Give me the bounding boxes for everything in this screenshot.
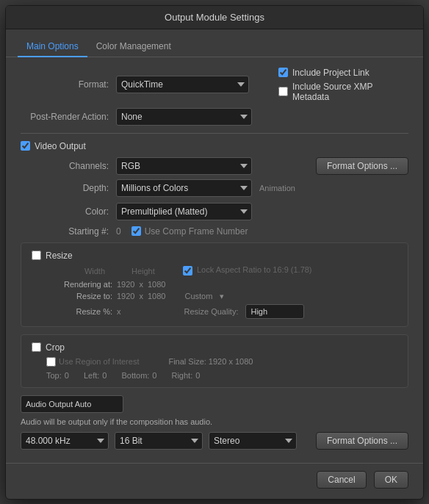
rendering-at-width: 1920 — [117, 280, 134, 289]
resize-checkbox[interactable] — [32, 251, 41, 260]
bit-depth-select[interactable]: 16 Bit — [115, 432, 203, 450]
audio-controls: 48.000 kHz 16 Bit Stereo — [21, 432, 297, 450]
include-xmp-label: Include Source XMP Metadata — [292, 82, 408, 102]
left-label: Left: — [84, 371, 99, 380]
video-output-header: Video Output — [21, 141, 408, 151]
format-row: Format: QuickTime Include Project Link I… — [21, 68, 408, 102]
bottom-label: Bottom: — [121, 371, 149, 380]
audio-controls-row: 48.000 kHz 16 Bit Stereo Format Options … — [21, 432, 408, 450]
lock-aspect-row: Width Height Lock Aspect Ratio to 16:9 (… — [46, 265, 397, 277]
crop-options-row: Use Region of Interest Final Size: 1920 … — [46, 357, 397, 367]
crop-bottom: Bottom: 0 — [121, 371, 156, 380]
top-label: Top: — [46, 371, 62, 380]
resize-to-height: 1080 — [148, 292, 165, 300]
cancel-button[interactable]: Cancel — [317, 471, 366, 489]
resize-to-x: x — [139, 292, 143, 300]
crop-fields: Top: 0 Left: 0 Bottom: 0 Right: 0 — [46, 371, 397, 380]
lock-aspect-checkbox[interactable] — [183, 266, 192, 276]
resize-details: Width Height Lock Aspect Ratio to 16:9 (… — [46, 265, 397, 319]
resize-to-width: 1920 — [117, 292, 134, 300]
starting-label: Starting #: — [21, 226, 116, 237]
resize-to-row: Resize to: 1920 x 1080 Custom ▾ — [46, 292, 397, 301]
ok-button[interactable]: OK — [374, 471, 408, 489]
color-select[interactable]: Premultiplied (Matted) — [116, 203, 252, 220]
resize-to-label: Resize to: — [46, 292, 112, 300]
rendering-at-height: 1080 — [148, 280, 165, 289]
post-render-row: Post-Render Action: None — [21, 108, 408, 126]
custom-arrow: ▾ — [220, 292, 224, 301]
depth-select[interactable]: Millions of Colors — [116, 179, 252, 197]
use-comp-row: Use Comp Frame Number — [131, 226, 248, 237]
include-xmp-row: Include Source XMP Metadata — [278, 82, 408, 102]
rendering-at-x: x — [139, 280, 143, 289]
starting-row: Starting #: 0 Use Comp Frame Number — [21, 226, 408, 237]
audio-note: Audio will be output only if the composi… — [21, 417, 408, 426]
resize-quality-row: Resize %: x Resize Quality: High — [46, 304, 397, 319]
use-comp-checkbox[interactable] — [131, 226, 141, 236]
right-value: 0 — [195, 371, 200, 380]
lock-aspect-label: Lock Aspect Ratio to 16:9 (1.78) — [197, 265, 312, 274]
resize-quality-select[interactable]: High — [245, 304, 304, 319]
crop-right: Right: 0 — [171, 371, 200, 380]
rendering-at-row: Rendering at: 1920 x 1080 — [46, 280, 397, 289]
depth-label: Depth: — [21, 183, 116, 193]
right-label: Right: — [171, 371, 192, 380]
starting-value: 0 — [116, 226, 121, 237]
resize-header: Resize — [32, 251, 397, 261]
top-value: 0 — [65, 371, 69, 380]
left-value: 0 — [102, 371, 107, 380]
video-output-checkbox[interactable] — [21, 141, 30, 151]
audio-output-select[interactable]: Audio Output Auto — [21, 395, 123, 413]
channels-audio-select[interactable]: Stereo — [209, 432, 297, 450]
tab-main-options[interactable]: Main Options — [18, 37, 87, 57]
custom-label: Custom — [184, 292, 212, 300]
depth-row: Depth: Millions of Colors Animation — [21, 179, 408, 197]
resize-label: Resize — [46, 251, 73, 261]
crop-section: Crop Use Region of Interest Final Size: … — [21, 334, 408, 388]
use-region-label: Use Region of Interest — [59, 357, 139, 366]
video-output-label: Video Output — [35, 141, 86, 151]
height-col-label: Height — [131, 267, 176, 276]
crop-left: Left: 0 — [84, 371, 107, 380]
include-xmp-checkbox[interactable] — [278, 87, 288, 96]
post-render-label: Post-Render Action: — [21, 112, 116, 122]
resize-section: Resize Width Height Lock Aspect Ratio to… — [21, 242, 408, 327]
tab-bar: Main Options Color Management — [6, 29, 423, 57]
post-render-select[interactable]: None — [116, 108, 252, 126]
main-content: Format: QuickTime Include Project Link I… — [6, 57, 423, 460]
resize-percent-x: x — [117, 307, 121, 316]
crop-top: Top: 0 — [46, 371, 69, 380]
audio-section: Audio Output Auto Audio will be output o… — [21, 395, 408, 450]
sample-rate-select[interactable]: 48.000 kHz — [21, 432, 109, 450]
color-row: Color: Premultiplied (Matted) — [21, 203, 408, 220]
output-module-dialog: Output Module Settings Main Options Colo… — [5, 5, 424, 500]
audio-header: Audio Output Auto — [21, 395, 408, 413]
format-options-button-1[interactable]: Format Options ... — [316, 157, 408, 175]
divider-1 — [21, 133, 408, 134]
format-select[interactable]: QuickTime — [116, 76, 249, 93]
crop-header: Crop — [32, 342, 397, 353]
include-project-link-label: Include Project Link — [292, 68, 369, 78]
bottom-value: 0 — [152, 371, 156, 380]
final-size: Final Size: 1920 x 1080 — [168, 357, 253, 366]
include-project-link-checkbox[interactable] — [278, 68, 288, 77]
channels-row: Channels: RGB Format Options ... — [21, 157, 408, 175]
tab-color-management[interactable]: Color Management — [87, 37, 180, 57]
format-options-button-2[interactable]: Format Options ... — [316, 432, 408, 450]
channels-label: Channels: — [21, 161, 116, 171]
format-label: Format: — [21, 79, 116, 90]
crop-label: Crop — [46, 342, 65, 353]
resize-percent-label: Resize %: — [46, 307, 112, 316]
dialog-footer: Cancel OK — [6, 463, 423, 499]
channels-select[interactable]: RGB — [116, 157, 252, 175]
dialog-title: Output Module Settings — [6, 6, 423, 29]
include-project-link-row: Include Project Link — [278, 68, 408, 78]
animation-label: Animation — [259, 184, 295, 192]
use-region-checkbox[interactable] — [46, 357, 56, 367]
rendering-at-label: Rendering at: — [46, 280, 112, 289]
width-col-label: Width — [46, 267, 105, 276]
resize-quality-label: Resize Quality: — [184, 307, 239, 316]
use-comp-label: Use Comp Frame Number — [145, 226, 248, 237]
color-label: Color: — [21, 206, 116, 217]
crop-checkbox[interactable] — [32, 342, 41, 352]
